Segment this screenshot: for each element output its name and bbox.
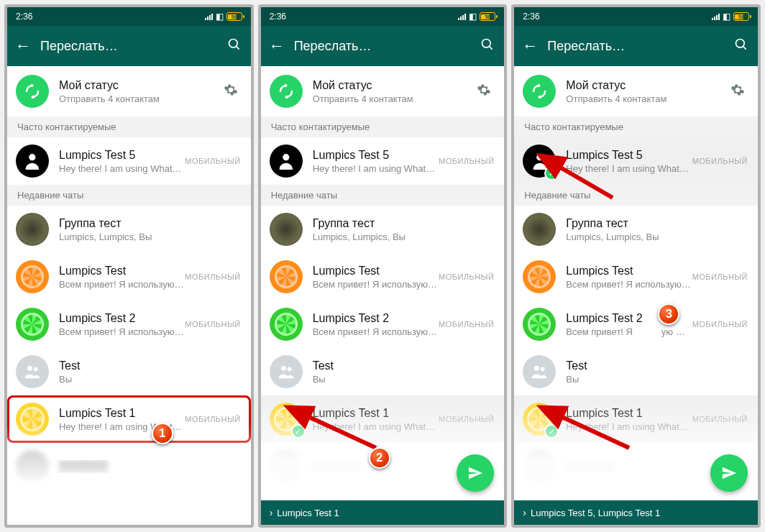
svg-point-8 [281, 366, 286, 371]
contact-lumpics2[interactable]: Lumpics Test 2 Всем привет! Я использую … [261, 301, 505, 348]
section-frequent: Часто контактируемые [7, 116, 251, 137]
contact-lumpics2[interactable]: Lumpics Test 2 Всем привет! Я использую … [7, 301, 251, 348]
search-icon[interactable] [730, 37, 752, 55]
avatar [16, 403, 49, 436]
contact-test[interactable]: Test Вы [261, 348, 505, 395]
avatar [270, 145, 303, 178]
avatar: ✓ [523, 145, 556, 178]
contact-test1-selected[interactable]: ✓ Lumpics Test 1 Hey there! I am using W… [261, 395, 505, 443]
avatar: ✓ [523, 403, 556, 436]
svg-point-0 [229, 39, 237, 47]
contact-test5[interactable]: Lumpics Test 5 Hey there! I am using Wha… [261, 137, 505, 185]
selection-text: Lumpics Test 5, Lumpics Test 1 [531, 508, 660, 518]
contact-test5-selected[interactable]: ✓ Lumpics Test 5 Hey there! I am using W… [514, 137, 758, 185]
check-icon: ✓ [291, 424, 306, 439]
contact-test1-highlighted[interactable]: Lumpics Test 1 Hey there! I am using Wha… [7, 395, 251, 443]
contact-lumpics[interactable]: Lumpics Test Всем привет! Я использую Wh… [261, 253, 505, 301]
status-time: 2:36 [16, 12, 32, 22]
avatar [16, 450, 49, 483]
contact-test1-selected[interactable]: ✓ Lumpics Test 1 Hey there! I am using W… [514, 395, 758, 443]
avatar [270, 260, 303, 293]
avatar [16, 355, 49, 388]
svg-point-2 [29, 154, 35, 160]
selection-text: Lumpics Test 1 [277, 508, 339, 518]
svg-line-1 [236, 46, 239, 49]
avatar [270, 308, 303, 341]
status-bar: 2:36 ◧ 58 [261, 7, 505, 26]
signal-icon [712, 14, 720, 20]
settings-icon[interactable] [728, 83, 748, 101]
status-bar: 2:36 ◧ 58 [7, 7, 251, 26]
settings-icon[interactable] [474, 83, 494, 101]
screen-3: 2:36 ◧ 58 ← Переслать… Мой статус Отправ… [511, 4, 761, 528]
svg-point-4 [34, 367, 38, 372]
svg-point-14 [534, 366, 539, 371]
status-avatar [523, 75, 556, 108]
my-status-row[interactable]: Мой статус Отправить 4 контактам [514, 66, 758, 116]
avatar [523, 308, 556, 341]
back-button[interactable]: ← [267, 37, 287, 55]
contact-lumpics2[interactable]: Lumpics Test 2 Всем привет! Я ую WhatsAp… [514, 301, 758, 348]
contact-test5[interactable]: Lumpics Test 5 Hey there! I am using Wha… [7, 137, 251, 185]
avatar [16, 260, 49, 293]
my-status-row[interactable]: Мой статус Отправить 4 контактам [7, 66, 251, 116]
check-icon: ✓ [544, 166, 559, 180]
app-bar: ← Переслать… [261, 26, 505, 66]
avatar [270, 355, 303, 388]
wifi-icon: ◧ [216, 12, 224, 22]
section-recent: Недавние чаты [7, 185, 251, 206]
chevron-right-icon: › [523, 507, 526, 518]
search-icon[interactable] [477, 37, 498, 55]
my-status-row[interactable]: Мой статус Отправить 4 контактам [261, 66, 505, 116]
wifi-icon: ◧ [469, 12, 477, 22]
contact-test[interactable]: Test Вы [7, 348, 251, 395]
selection-bar[interactable]: › Lumpics Test 5, Lumpics Test 1 [514, 500, 758, 525]
avatar [270, 213, 303, 246]
avatar [523, 355, 556, 388]
contact-group[interactable]: Группа тест Lumpics, Lumpics, Вы [514, 206, 758, 253]
contact-group[interactable]: Группа тест Lumpics, Lumpics, Вы [7, 206, 251, 253]
svg-line-12 [743, 46, 746, 49]
contact-lumpics[interactable]: Lumpics Test Всем привет! Я использую Wh… [7, 253, 251, 301]
contact-group[interactable]: Группа тест Lumpics, Lumpics, Вы [261, 206, 505, 253]
svg-point-13 [536, 154, 543, 160]
svg-point-7 [283, 154, 289, 160]
status-avatar [16, 75, 49, 108]
mobile-tag: МОБИЛЬНЫЙ [185, 157, 240, 165]
search-icon[interactable] [224, 37, 245, 55]
svg-point-9 [287, 367, 291, 372]
avatar [523, 450, 556, 483]
wifi-icon: ◧ [723, 12, 730, 22]
svg-point-5 [482, 39, 491, 47]
send-button[interactable] [457, 454, 494, 492]
screen-2: 2:36 ◧ 58 ← Переслать… Мой статус Отправ… [258, 4, 508, 528]
back-button[interactable]: ← [13, 37, 33, 55]
contact-blurred: ██████ [7, 443, 251, 490]
chevron-right-icon: › [270, 507, 273, 518]
send-button[interactable] [710, 454, 748, 492]
selection-bar[interactable]: › Lumpics Test 1 [261, 500, 505, 525]
app-bar: ← Переслать… [7, 26, 251, 66]
contact-lumpics[interactable]: Lumpics Test Всем привет! Я использую Wh… [514, 253, 758, 301]
svg-point-11 [736, 39, 745, 47]
battery-icon: 58 [226, 12, 242, 21]
contact-test[interactable]: Test Вы [514, 348, 758, 395]
app-bar: ← Переслать… [514, 26, 758, 66]
signal-icon [458, 14, 466, 20]
avatar [523, 213, 556, 246]
avatar [270, 450, 303, 483]
avatar: ✓ [270, 403, 303, 436]
avatar [16, 308, 49, 341]
screen-title: Переслать… [33, 39, 224, 54]
check-icon: ✓ [544, 424, 559, 439]
status-bar: 2:36 ◧ 58 [514, 7, 758, 26]
my-status-subtitle: Отправить 4 контактам [59, 93, 221, 104]
status-avatar [270, 75, 303, 108]
avatar [16, 213, 49, 246]
settings-icon[interactable] [221, 83, 241, 101]
avatar [16, 145, 49, 178]
battery-icon: 58 [480, 12, 495, 21]
screen-1: 2:36 ◧ 58 ← Переслать… Мой статус Отправ… [4, 4, 254, 528]
svg-point-3 [27, 366, 32, 371]
back-button[interactable]: ← [520, 37, 540, 55]
